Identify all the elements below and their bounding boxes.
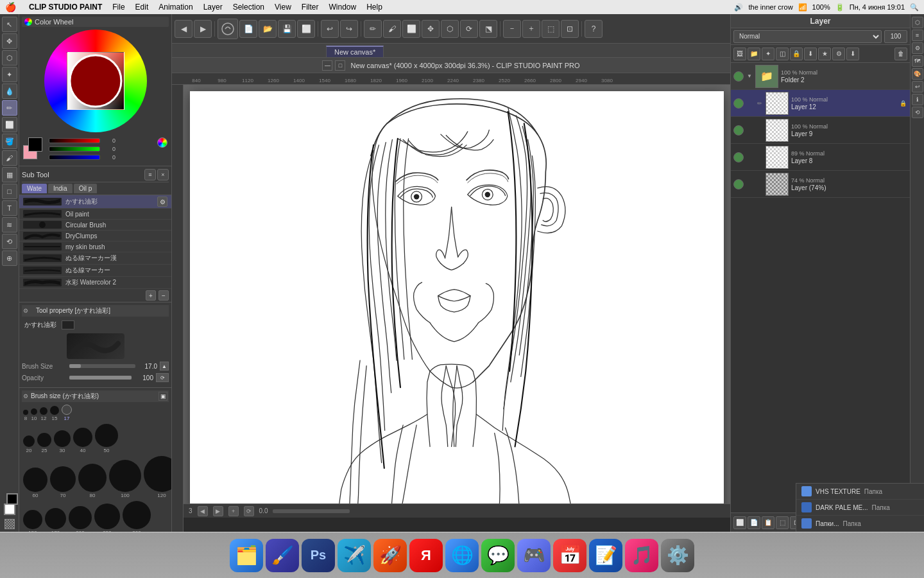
rotate-btn[interactable]: ⟳ [460,20,478,38]
brush-delete-btn[interactable]: − [158,290,169,301]
export-btn[interactable]: ⬜ [297,20,315,38]
brush-size-15[interactable]: 15 [50,406,59,421]
layer-vis-74[interactable] [733,179,744,189]
file-item-dark[interactable]: DARK PALE ME... Папка [796,500,924,516]
tool-lasso[interactable]: ⬡ [2,50,17,66]
sub-tool-menu[interactable]: ≡ [144,169,156,180]
tool-shape[interactable]: □ [2,184,17,199]
brush-tool-btn[interactable]: 🖌 [383,20,401,38]
tool-blend[interactable]: ≋ [2,217,17,232]
layer-copy-btn[interactable]: 📄 [748,516,760,529]
brush-size-17[interactable]: 17 [62,405,72,421]
mini-props-btn[interactable]: ⚙ [912,42,923,54]
tool-tab-wate[interactable]: Wate [22,184,47,193]
dock-discord[interactable]: 🎮 [517,539,551,572]
brush-size-slider[interactable] [69,364,135,368]
menu-layer[interactable]: Layer [203,3,223,12]
rotate-canvas-btn[interactable]: ⟳ [244,506,254,516]
layer-item-74[interactable]: 74 % Normal Layer (74%) [731,171,910,198]
mini-layers-btn[interactable]: ≡ [912,30,923,41]
layer-item-8[interactable]: 89 % Normal Layer 8 [731,144,910,171]
r-slider[interactable] [49,138,100,143]
layer-settings[interactable]: ⚙ [832,48,845,60]
tool-move[interactable]: ✥ [2,33,17,49]
add-page-btn[interactable]: + [228,506,239,516]
brush-size-increment[interactable]: ▲ [160,362,169,371]
brush-size-50[interactable]: 50 [95,424,118,453]
brush-settings-0[interactable]: ⚙ [157,197,167,207]
brush-size-12[interactable]: 12 [40,407,47,421]
brush-item-2[interactable]: Circular Brush [19,220,171,231]
layer-folder-2[interactable]: ▼ 📁 100 % Normal Folder 2 [731,63,910,90]
layer-clipping[interactable]: ⬇ [804,48,817,60]
dock-csp[interactable]: 🖌️ [266,539,299,572]
save-btn[interactable]: 💾 [278,20,296,38]
mini-transform-btn[interactable]: ⟲ [912,107,923,118]
menu-view[interactable]: View [275,3,291,12]
eraser-tool-btn[interactable]: ⬜ [402,20,420,38]
brush-size-10[interactable]: 10 [31,408,37,421]
brush-size-25[interactable]: 25 [37,433,51,453]
open-btn[interactable]: 📂 [259,20,277,38]
brush-item-5[interactable]: ぬる線マーカー漢 [19,252,171,265]
tool-tab-india[interactable]: India [48,184,73,193]
brush-size-8[interactable]: 8 [23,410,28,421]
canvas-window-btn[interactable]: — [322,60,332,71]
brush-size-70[interactable]: 70 [50,466,76,498]
mini-history-btn[interactable]: ↩ [912,81,923,92]
nav-fwd-btn[interactable]: ▶ [194,20,212,38]
opacity-field[interactable] [884,30,907,43]
layer-vis-9[interactable] [733,125,744,136]
g-slider[interactable] [49,146,100,152]
mini-info-btn[interactable]: ℹ [912,94,923,105]
tool-tab-oil[interactable]: Oil p [74,184,98,193]
layer-erase-btn[interactable]: ⬚ [776,516,789,529]
mini-clip-btn[interactable]: ⬡ [912,17,923,28]
canvas-viewport[interactable]: 3 ◀ ▶ + ⟳ 0.0 [184,85,730,518]
tool-transform[interactable]: ⟲ [2,234,17,249]
brush-size-300[interactable]: 300 [123,501,151,532]
file-item-extra[interactable]: Папки... Папка [796,516,924,532]
layer-vis-folder-2[interactable] [733,71,744,82]
brush-size-100[interactable]: 100 [109,460,141,498]
menu-filter[interactable]: Filter [302,3,319,12]
mini-nav-btn[interactable]: 🗺 [912,55,923,67]
layer-combine-copies[interactable]: ⬜ [733,516,746,529]
brush-item-6[interactable]: ぬる線マーカー [19,265,171,277]
dock-photoshop[interactable]: Ps [302,539,335,572]
search-icon[interactable]: 🔍 [910,3,919,12]
flip-btn[interactable]: ⬔ [479,20,497,38]
undo-btn[interactable]: ↩ [321,20,339,38]
layer-new-vector[interactable]: ✦ [762,48,774,60]
mini-color-btn[interactable]: 🎨 [912,68,923,80]
b-slider[interactable] [49,155,100,160]
tool-pen[interactable]: ✏ [2,100,17,116]
brush-item-1[interactable]: Oil paint [19,209,171,220]
menu-selection[interactable]: Selection [233,3,264,12]
next-page-btn[interactable]: ▶ [213,506,223,516]
layer-delete[interactable]: 🗑 [894,48,907,60]
layer-vis-12[interactable] [733,98,744,109]
dock-browser[interactable]: 🌐 [445,539,479,572]
layer-reference[interactable]: ★ [818,48,831,60]
drawing-canvas[interactable] [190,91,724,511]
sub-tool-close[interactable]: × [157,169,169,180]
new-file-btn[interactable]: 📄 [239,20,257,38]
zoom-in-btn[interactable]: ＋ [522,20,540,38]
tool-zoom[interactable]: ⊕ [2,250,17,266]
layer-new-folder[interactable]: 📁 [748,48,760,60]
menu-window[interactable]: Window [329,3,357,12]
foreground-color[interactable] [28,137,42,152]
dock-telegram[interactable]: ✈️ [338,539,371,572]
layer-lock-transparent[interactable]: 🔒 [790,48,803,60]
pen-tool-btn[interactable]: ✏ [364,20,382,38]
tool-text[interactable]: T [2,200,17,216]
menu-help[interactable]: Help [366,3,382,12]
move-tool-btn[interactable]: ✥ [422,20,440,38]
brush-size-170[interactable]: 170 [45,508,66,532]
layer-mask[interactable]: ◫ [776,48,789,60]
tool-fill[interactable]: 🪣 [2,134,17,149]
menu-animation[interactable]: Animation [158,3,193,12]
brush-size-toggle[interactable]: ▣ [158,392,167,401]
brush-size-120[interactable]: 120 [144,456,171,498]
